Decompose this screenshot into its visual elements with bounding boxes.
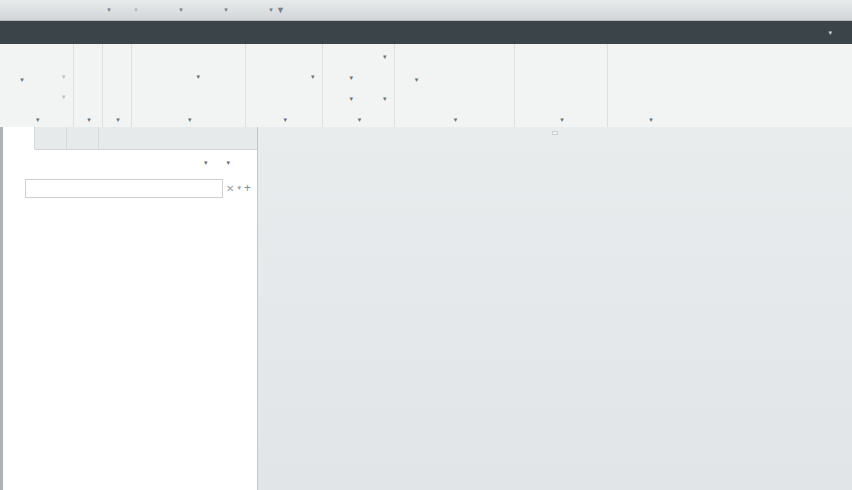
graphics-toolbar (552, 131, 558, 135)
fill-surface-button[interactable] (584, 47, 602, 67)
hole-button[interactable] (328, 47, 356, 67)
tree-search-input[interactable] (25, 179, 223, 198)
body-options-button[interactable] (108, 87, 126, 107)
clear-search-icon[interactable]: ✕ (226, 183, 234, 194)
editing-group-label[interactable]: ▾ (400, 112, 509, 127)
new-object-menu-button[interactable]: ▾ (267, 6, 275, 14)
windows-button[interactable] (159, 2, 176, 18)
model-tree (3, 218, 257, 490)
ribbon-tab-bar: ▾ (0, 21, 852, 44)
more-options-button[interactable]: ▾ (828, 29, 832, 37)
main-area: ▾ ▾ ✕ ▾ + (0, 127, 852, 490)
close-window-button[interactable] (186, 2, 203, 18)
new-object-button[interactable] (249, 2, 266, 18)
boolean-operations-button[interactable] (108, 47, 126, 67)
import-button[interactable] (79, 47, 97, 67)
engineering-group-label[interactable]: ▾ (328, 112, 389, 127)
windows-menu-button[interactable]: ▾ (177, 6, 185, 14)
chamfer-button[interactable]: ▾ (328, 89, 356, 109)
boundary-blend-button[interactable] (520, 47, 580, 75)
datum-group-label[interactable]: ▾ (137, 112, 241, 127)
extrude-button[interactable] (251, 47, 285, 75)
ribbon-group-body: ▾ (103, 44, 132, 127)
minimize-ribbon-button[interactable] (756, 26, 769, 39)
ribbon-tools: ▾ (756, 21, 852, 44)
tree-columns-button[interactable] (233, 155, 249, 171)
intersect-button[interactable] (488, 89, 509, 109)
redo-menu-button[interactable]: ▾ (132, 6, 140, 14)
navigator-tabs (3, 127, 257, 150)
rib-button[interactable]: ▾ (361, 89, 389, 109)
graphics-area[interactable] (258, 127, 852, 490)
revolve-button[interactable] (289, 47, 317, 67)
redo-button[interactable] (114, 2, 131, 18)
ribbon-group-engineering: ▾ ▾ ▾ ▾ ▾ (323, 44, 395, 127)
surfaces-group-label[interactable]: ▾ (520, 112, 602, 127)
style-surface-button[interactable] (584, 87, 602, 107)
feat-column-header (3, 200, 257, 218)
regenerate-quick-button[interactable] (141, 2, 158, 18)
project-button[interactable] (463, 89, 484, 109)
title-bar: ▾ ▾ ▾ ▾ ▾ ▼ (0, 0, 852, 21)
ribbon-group-get-data: ▾ (74, 44, 103, 127)
creo-parametric-window: ▾ ▾ ▾ ▾ ▾ ▼ ▾ (0, 0, 852, 490)
new-body-button[interactable] (108, 67, 126, 87)
ribbon-group-model-intent: ▾ (608, 44, 692, 127)
trim-button[interactable] (438, 68, 459, 88)
freestyle-surface-button[interactable] (584, 67, 602, 87)
coordinate-system-button[interactable] (175, 87, 203, 107)
3d-model-view[interactable] (258, 127, 852, 490)
extend-button[interactable] (463, 47, 484, 67)
shell-button[interactable] (361, 68, 389, 88)
tab-favorites[interactable] (67, 127, 99, 149)
save-button[interactable] (69, 2, 86, 18)
undo-menu-button[interactable]: ▾ (105, 6, 113, 14)
point-button[interactable]: ▾ (175, 67, 203, 87)
tab-folder-browser[interactable] (35, 127, 67, 149)
thicken-button[interactable] (488, 47, 509, 67)
operations-group-label[interactable]: ▾ (5, 112, 68, 127)
get-data-group-label[interactable]: ▾ (79, 112, 97, 127)
tree-settings-button[interactable]: ▾ (210, 155, 231, 171)
ribbon-group-editing: ▾ ▾ (395, 44, 515, 127)
pattern-button[interactable]: ▾ (400, 47, 434, 87)
open-button[interactable] (51, 2, 68, 18)
tree-filters-button[interactable]: ▾ (188, 155, 209, 171)
copy-geometry-button[interactable] (79, 67, 97, 87)
shrinkwrap-button[interactable] (79, 87, 97, 107)
offset-button[interactable] (463, 68, 484, 88)
component-interface-button[interactable] (613, 47, 687, 75)
window-layout-button[interactable] (804, 26, 817, 39)
ribbon-group-datum: ▾ ▾ (132, 44, 247, 127)
customize-qat-button[interactable]: ▼ (276, 5, 284, 15)
model-intent-group-label[interactable]: ▾ (613, 112, 687, 127)
search-options-button[interactable]: ▾ (237, 184, 241, 192)
ribbon-group-shapes: ▾ ▾ (246, 44, 323, 127)
undo-button[interactable] (87, 2, 104, 18)
delete-button[interactable]: ▾ (43, 87, 68, 107)
model-display-menu-button[interactable]: ▾ (222, 6, 230, 14)
axis-button[interactable] (175, 47, 203, 67)
regenerate-button[interactable]: ▾ (5, 47, 39, 87)
command-search-button[interactable] (780, 26, 793, 39)
solidify-button[interactable] (488, 68, 509, 88)
flag-button[interactable] (231, 2, 248, 18)
draft-button[interactable]: ▾ (361, 47, 389, 67)
copy-button[interactable] (43, 47, 68, 67)
swept-blend-button[interactable] (289, 87, 317, 107)
round-button[interactable]: ▾ (328, 68, 356, 88)
mirror-button[interactable] (438, 47, 459, 67)
plane-button[interactable] (137, 47, 171, 75)
model-tree-panel: ▾ ▾ ✕ ▾ + (3, 127, 258, 490)
merge-button[interactable] (438, 89, 459, 109)
new-file-button[interactable] (33, 2, 50, 18)
add-filter-button[interactable]: + (244, 181, 251, 195)
sketch-button[interactable] (206, 47, 240, 75)
paste-button[interactable]: ▾ (43, 67, 68, 87)
body-group-label[interactable]: ▾ (108, 112, 126, 127)
model-display-button[interactable] (204, 2, 221, 18)
sweep-button[interactable]: ▾ (289, 67, 317, 87)
model-tree-header: ▾ ▾ (3, 150, 257, 176)
tab-model-tree[interactable] (3, 127, 35, 150)
shapes-group-label[interactable]: ▾ (251, 112, 317, 127)
